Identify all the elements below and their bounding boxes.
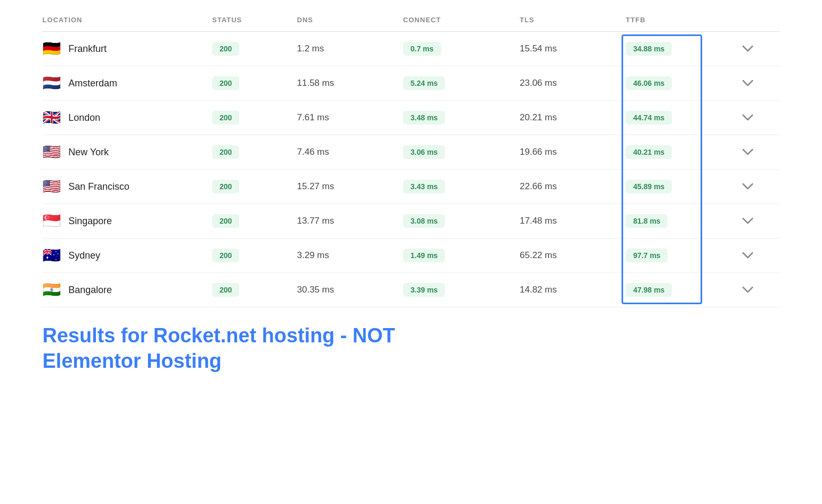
- location-cell-san-francisco: 🇺🇸 San Francisco: [42, 179, 212, 194]
- connect-badge-bangalore: 3.39 ms: [403, 283, 445, 297]
- status-cell-sydney: 200: [212, 249, 297, 262]
- dns-cell-london: 7.61 ms: [297, 112, 403, 123]
- flag-san-francisco: 🇺🇸: [42, 179, 61, 194]
- table-header: LOCATION STATUS DNS CONNECT TLS TTFB: [42, 11, 780, 32]
- status-badge-bangalore: 200: [212, 283, 239, 297]
- dns-cell-singapore: 13.77 ms: [297, 216, 403, 226]
- location-cell-new-york: 🇺🇸 New York: [42, 145, 212, 160]
- status-badge-san-francisco: 200: [212, 180, 239, 193]
- col-ttfb: TTFB: [626, 16, 732, 24]
- chevron-down-icon: [742, 183, 753, 190]
- ttfb-cell-san-francisco: 45.89 ms: [626, 180, 732, 193]
- ttfb-cell-london: 44.74 ms: [626, 111, 732, 125]
- ttfb-cell-amsterdam: 46.06 ms: [626, 76, 732, 90]
- footer-line1: Results for Rocket.net hosting - NOT: [42, 324, 395, 347]
- status-cell-bangalore: 200: [212, 283, 297, 297]
- ttfb-cell-sydney: 97.7 ms: [626, 249, 732, 262]
- ttfb-cell-singapore: 81.8 ms: [626, 214, 732, 228]
- connect-badge-sydney: 1.49 ms: [403, 249, 445, 262]
- status-cell-san-francisco: 200: [212, 180, 297, 193]
- main-table-container: LOCATION STATUS DNS CONNECT TLS TTFB 🇩🇪 …: [0, 11, 822, 307]
- expand-button-new-york[interactable]: [732, 149, 764, 155]
- table-row: 🇩🇪 Frankfurt 200 1.2 ms 0.7 ms 15.54 ms …: [42, 32, 780, 66]
- tls-cell-singapore: 17.48 ms: [520, 216, 626, 226]
- status-cell-singapore: 200: [212, 214, 297, 228]
- dns-cell-bangalore: 30.35 ms: [297, 285, 403, 295]
- flag-sydney: 🇦🇺: [42, 248, 61, 263]
- col-dns: DNS: [297, 16, 403, 24]
- connect-badge-amsterdam: 5.24 ms: [403, 76, 445, 90]
- location-cell-sydney: 🇦🇺 Sydney: [42, 248, 212, 263]
- ttfb-badge-amsterdam: 46.06 ms: [626, 76, 672, 90]
- ttfb-badge-san-francisco: 45.89 ms: [626, 180, 672, 193]
- col-status: STATUS: [212, 16, 297, 24]
- flag-frankfurt: 🇩🇪: [42, 41, 61, 56]
- ttfb-cell-new-york: 40.21 ms: [626, 145, 732, 159]
- table-row: 🇳🇱 Amsterdam 200 11.58 ms 5.24 ms 23.06 …: [42, 66, 780, 101]
- table-body: 🇩🇪 Frankfurt 200 1.2 ms 0.7 ms 15.54 ms …: [42, 32, 780, 307]
- tls-cell-new-york: 19.66 ms: [520, 147, 626, 157]
- tls-cell-bangalore: 14.82 ms: [520, 285, 626, 295]
- location-name-sydney: Sydney: [68, 250, 100, 261]
- expand-button-bangalore[interactable]: [732, 287, 764, 293]
- expand-button-london[interactable]: [732, 114, 764, 121]
- table-row: 🇮🇳 Bangalore 200 30.35 ms 3.39 ms 14.82 …: [42, 273, 780, 307]
- chevron-down-icon: [742, 114, 753, 121]
- status-cell-london: 200: [212, 111, 297, 125]
- status-badge-singapore: 200: [212, 214, 239, 228]
- ttfb-cell-frankfurt: 34.88 ms: [626, 42, 732, 56]
- connect-cell-sydney: 1.49 ms: [403, 249, 520, 262]
- ttfb-badge-bangalore: 47.98 ms: [626, 283, 672, 297]
- expand-button-sydney[interactable]: [732, 252, 764, 259]
- chevron-down-icon: [742, 80, 753, 86]
- table-row: 🇸🇬 Singapore 200 13.77 ms 3.08 ms 17.48 …: [42, 204, 780, 238]
- ttfb-cell-bangalore: 47.98 ms: [626, 283, 732, 297]
- table-row: 🇦🇺 Sydney 200 3.29 ms 1.49 ms 65.22 ms 9…: [42, 238, 780, 273]
- location-name-london: London: [68, 112, 100, 123]
- dns-cell-sydney: 3.29 ms: [297, 250, 403, 261]
- tls-cell-san-francisco: 22.66 ms: [520, 181, 626, 192]
- dns-cell-new-york: 7.46 ms: [297, 147, 403, 157]
- ttfb-badge-singapore: 81.8 ms: [626, 214, 668, 228]
- expand-button-san-francisco[interactable]: [732, 183, 764, 190]
- table-row: 🇺🇸 New York 200 7.46 ms 3.06 ms 19.66 ms…: [42, 135, 780, 170]
- expand-button-singapore[interactable]: [732, 218, 764, 224]
- expand-button-amsterdam[interactable]: [732, 80, 764, 86]
- connect-cell-new-york: 3.06 ms: [403, 145, 520, 159]
- tls-cell-amsterdam: 23.06 ms: [520, 78, 626, 89]
- status-badge-sydney: 200: [212, 249, 239, 262]
- chevron-down-icon: [742, 287, 753, 293]
- connect-cell-bangalore: 3.39 ms: [403, 283, 520, 297]
- location-cell-frankfurt: 🇩🇪 Frankfurt: [42, 41, 212, 56]
- flag-new-york: 🇺🇸: [42, 145, 61, 160]
- location-cell-singapore: 🇸🇬 Singapore: [42, 214, 212, 228]
- location-cell-bangalore: 🇮🇳 Bangalore: [42, 282, 212, 297]
- status-cell-new-york: 200: [212, 145, 297, 159]
- location-name-amsterdam: Amsterdam: [68, 78, 117, 89]
- col-tls: TLS: [520, 16, 626, 24]
- connect-badge-singapore: 3.08 ms: [403, 214, 445, 228]
- location-cell-amsterdam: 🇳🇱 Amsterdam: [42, 76, 212, 91]
- flag-bangalore: 🇮🇳: [42, 282, 61, 297]
- table-row: 🇺🇸 San Francisco 200 15.27 ms 3.43 ms 22…: [42, 170, 780, 204]
- ttfb-badge-london: 44.74 ms: [626, 111, 672, 125]
- expand-button-frankfurt[interactable]: [732, 46, 764, 52]
- flag-london: 🇬🇧: [42, 110, 61, 125]
- status-cell-frankfurt: 200: [212, 42, 297, 56]
- connect-badge-frankfurt: 0.7 ms: [403, 42, 441, 56]
- connect-cell-san-francisco: 3.43 ms: [403, 180, 520, 193]
- ttfb-badge-new-york: 40.21 ms: [626, 145, 672, 159]
- status-badge-amsterdam: 200: [212, 76, 239, 90]
- dns-cell-amsterdam: 11.58 ms: [297, 78, 403, 89]
- location-name-san-francisco: San Francisco: [68, 181, 129, 192]
- location-name-frankfurt: Frankfurt: [68, 43, 107, 55]
- chevron-down-icon: [742, 252, 753, 259]
- connect-cell-amsterdam: 5.24 ms: [403, 76, 520, 90]
- ttfb-badge-sydney: 97.7 ms: [626, 249, 668, 262]
- status-badge-frankfurt: 200: [212, 42, 239, 56]
- connect-cell-frankfurt: 0.7 ms: [403, 42, 520, 56]
- flag-singapore: 🇸🇬: [42, 214, 61, 228]
- connect-cell-london: 3.48 ms: [403, 111, 520, 125]
- tls-cell-london: 20.21 ms: [520, 112, 626, 123]
- table-row: 🇬🇧 London 200 7.61 ms 3.48 ms 20.21 ms 4…: [42, 101, 780, 135]
